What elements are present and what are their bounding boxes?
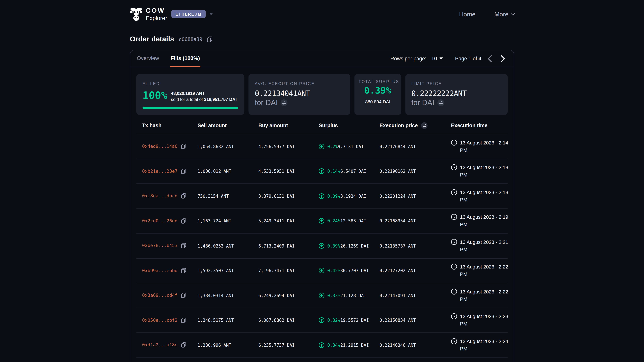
main-nav: Home More — [459, 10, 514, 17]
copy-tx-icon[interactable] — [181, 343, 186, 348]
execution-time: 13 August 2023 - 2:19 PM — [451, 214, 508, 228]
tx-hash-link[interactable]: 0xb21e...23e7 — [142, 169, 178, 174]
surplus: 0.39% 26.1269 DAI — [319, 243, 379, 249]
tx-hash-link[interactable]: 0x4ed9...14a0 — [142, 144, 178, 149]
limit-price-unit: for DAI — [412, 98, 434, 107]
clock-icon — [451, 214, 457, 220]
clock-icon — [451, 289, 457, 295]
buy-amount: 6,087.8862 DAI — [258, 318, 319, 323]
filled-progress-bar — [142, 107, 238, 109]
top-header: COW Explorer ETHEREUM Home More — [130, 0, 514, 27]
invert-execution-price-icon[interactable] — [421, 122, 428, 129]
logo-subtitle: Explorer — [146, 15, 167, 21]
avg-price-label: AVG. EXECUTION PRICE — [255, 81, 314, 86]
surplus-up-icon — [319, 193, 324, 199]
tx-hash-link[interactable]: 0x050e...cbf2 — [142, 318, 178, 323]
total-surplus-card: TOTAL SURPLUS 0.39% 860.894 DAI — [354, 74, 401, 115]
copy-tx-icon[interactable] — [181, 293, 186, 298]
copy-order-id-icon[interactable] — [207, 36, 212, 42]
clock-icon — [451, 239, 457, 245]
col-execution-time: Execution time — [451, 123, 508, 128]
table-row: 0xf8da...dbcd 750.3154 ANT 3,379.6131 DA… — [136, 184, 508, 209]
surplus-amount: 19.5572 DAI — [340, 318, 369, 323]
clock-icon — [451, 338, 457, 344]
col-sell-amount: Sell amount — [198, 123, 258, 128]
clock-icon — [451, 164, 457, 170]
sell-amount: 1,380.996 ANT — [198, 343, 258, 348]
execution-price: 0.22201224 ANT — [380, 194, 451, 198]
table-row: 0xb21e...23e7 1,006.012 ANT 4,533.5951 D… — [136, 159, 508, 184]
total-surplus-amount: 860.894 DAI — [358, 99, 397, 104]
execution-price: 0.22147091 ANT — [380, 293, 451, 298]
tx-hash-link[interactable]: 0xd1a2...a18e — [142, 343, 178, 348]
sell-amount: 1,348.5175 ANT — [198, 318, 258, 323]
sell-amount: 1,384.0314 ANT — [198, 293, 258, 298]
copy-tx-icon[interactable] — [181, 243, 186, 248]
copy-tx-icon[interactable] — [181, 144, 186, 149]
tx-hash-link[interactable]: 0xb99a...ebbd — [142, 268, 178, 273]
prev-page-button[interactable] — [485, 54, 494, 63]
filled-label: FILLED — [142, 81, 160, 86]
filled-amount: 48,020.1919 ANT — [171, 90, 237, 96]
surplus-percent: 0.09% — [327, 194, 340, 198]
copy-tx-icon[interactable] — [181, 169, 186, 174]
sell-amount: 1,592.3503 ANT — [198, 268, 258, 273]
tab-overview[interactable]: Overview — [136, 50, 160, 67]
copy-tx-icon[interactable] — [181, 268, 186, 273]
col-tx-hash: Tx hash — [142, 123, 198, 128]
surplus-amount: 21.2915 DAI — [340, 343, 369, 348]
execution-time: 13 August 2023 - 2:24 PM — [451, 338, 508, 353]
page-indicator: Page 1 of 4 — [455, 56, 482, 61]
surplus-percent: 0.14% — [327, 169, 340, 174]
surplus: 0.14% 6.5407 DAI — [319, 168, 379, 174]
execution-time: 13 August 2023 - 2:22 PM — [451, 288, 508, 303]
surplus-up-icon — [319, 268, 324, 273]
surplus-percent: 0.39% — [327, 243, 340, 248]
logo[interactable]: COW Explorer — [130, 7, 167, 21]
order-panel: Overview Fills (100%) Rows per page: 10 … — [130, 50, 514, 362]
surplus-up-icon — [319, 144, 324, 149]
total-surplus-percent: 0.39% — [358, 85, 397, 95]
surplus-amount: 9.7131 DAI — [338, 144, 364, 149]
surplus-percent: 0.32% — [327, 318, 340, 323]
network-badge[interactable]: ETHEREUM — [172, 10, 206, 18]
invert-limit-price-icon[interactable] — [437, 99, 444, 106]
surplus: 0.09% 3.1934 DAI — [319, 193, 379, 199]
tx-hash-link[interactable]: 0x3a69...cd4f — [142, 293, 178, 298]
network-selector[interactable]: ETHEREUM — [172, 10, 213, 18]
filled-percent: 100% — [142, 90, 167, 102]
network-caret-icon[interactable] — [209, 13, 213, 15]
buy-amount: 7,196.3471 DAI — [258, 268, 319, 273]
nav-home[interactable]: Home — [459, 10, 476, 17]
invert-price-icon[interactable] — [281, 99, 288, 106]
clock-icon — [451, 264, 457, 270]
nav-more[interactable]: More — [494, 10, 514, 17]
tx-hash-link[interactable]: 0xf8da...dbcd — [142, 193, 178, 199]
execution-time: 13 August 2023 - 2:18 PM — [451, 164, 508, 179]
execution-time: 13 August 2023 - 2:21 PM — [451, 238, 508, 253]
col-surplus: Surplus — [319, 123, 379, 128]
surplus-up-icon — [319, 168, 324, 174]
execution-price: 0.22190162 ANT — [380, 169, 451, 174]
rows-per-page-select[interactable]: 10 — [431, 56, 443, 61]
buy-amount: 6,249.2694 DAI — [258, 293, 319, 298]
table-row: 0xd1a2...a18e 1,380.996 ANT 6,235.7737 D… — [136, 333, 508, 358]
buy-amount: 6,235.7737 DAI — [258, 343, 319, 348]
tx-hash-link[interactable]: 0x2cd0...26dd — [142, 218, 178, 224]
surplus: 0.42% 30.7707 DAI — [319, 268, 379, 273]
copy-tx-icon[interactable] — [181, 193, 186, 199]
copy-tx-icon[interactable] — [181, 218, 186, 224]
next-page-button[interactable] — [498, 54, 508, 63]
avg-execution-price-card: AVG. EXECUTION PRICE 0.22134041ANT for D… — [249, 74, 350, 115]
table-row: 0x4ed9...14a0 1,054.8632 ANT 4,756.5977 … — [136, 134, 508, 159]
buy-amount: 3,379.6131 DAI — [258, 194, 319, 198]
copy-tx-icon[interactable] — [181, 318, 186, 323]
total-surplus-label: TOTAL SURPLUS — [358, 79, 397, 84]
execution-price: 0.22135737 ANT — [380, 243, 451, 248]
execution-price: 0.22168954 ANT — [380, 218, 451, 223]
limit-price-label: LIMIT PRICE — [412, 81, 442, 86]
buy-amount: 6,713.2409 DAI — [258, 243, 319, 248]
surplus-up-icon — [319, 293, 324, 298]
tx-hash-link[interactable]: 0xbe78...b453 — [142, 243, 178, 248]
tab-fills[interactable]: Fills (100%) — [170, 50, 200, 67]
